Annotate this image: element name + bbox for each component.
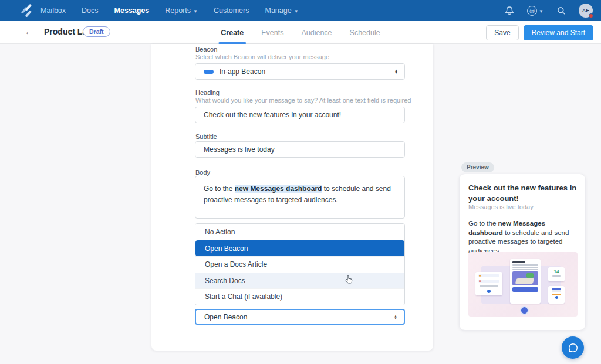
tab-audience[interactable]: Audience — [300, 21, 333, 44]
tab-schedule[interactable]: Schedule — [349, 21, 381, 44]
select-stepper-icon: ▲▼ — [394, 69, 398, 74]
nav-docs[interactable]: Docs — [82, 6, 98, 15]
tab-events[interactable]: Events — [260, 21, 285, 44]
preview-illustration: 14 — [468, 252, 578, 317]
illustration-card-schedule — [548, 286, 565, 304]
subtitle-input-value: Messages is live today — [204, 145, 275, 154]
select-stepper-icon: ▲▼ — [394, 315, 397, 319]
beacon-label: Beacon — [195, 46, 217, 53]
illustration-card-calendar: 14 — [548, 267, 565, 281]
tab-create[interactable]: Create — [220, 21, 245, 44]
avatar[interactable]: AE — [579, 4, 593, 18]
top-nav: Mailbox Docs Messages Reports▼ Customers… — [0, 0, 601, 21]
preview-heading: Check out the new features in your accou… — [468, 183, 579, 203]
profile-menu-icon[interactable]: @ ▼ — [527, 6, 543, 16]
chevron-down-icon: ▼ — [294, 9, 299, 14]
preview-body: Go to the new Messages dashboard to sche… — [468, 219, 575, 256]
option-no-action[interactable]: No Action — [195, 224, 404, 240]
nav-mailbox[interactable]: Mailbox — [40, 6, 66, 15]
nav-messages[interactable]: Messages — [114, 6, 150, 15]
action-select-value: Open Beacon — [204, 313, 247, 321]
illustration-beacon-dot — [520, 306, 529, 315]
content: Beacon Select which Beacon will deliver … — [0, 44, 601, 364]
heading-input-value: Check out the new features in your accou… — [204, 111, 341, 119]
beacon-chat-button[interactable] — [562, 336, 584, 359]
subtitle-input[interactable]: Messages is live today — [195, 141, 405, 158]
toolbar-actions: Save Review and Start — [486, 25, 593, 40]
search-icon[interactable] — [556, 5, 566, 16]
toolbar: ← Product Launch Draft Create Events Aud… — [0, 21, 601, 44]
at-circle-icon: @ — [527, 6, 537, 16]
nav-right: @ ▼ AE — [504, 4, 593, 18]
illustration-calendar-number: 14 — [548, 269, 565, 274]
illustration-button — [512, 287, 538, 292]
illustration-card-center — [510, 259, 541, 304]
back-arrow-icon[interactable]: ← — [25, 27, 33, 36]
nav-manage[interactable]: Manage▼ — [265, 6, 298, 15]
subtitle-label: Subtitle — [195, 133, 217, 140]
nav-customers[interactable]: Customers — [214, 6, 249, 15]
beacon-pill-icon — [204, 70, 214, 74]
beacon-select-value: In-app Beacon — [220, 67, 265, 76]
heading-helper: What would you like your message to say?… — [195, 97, 411, 104]
tabs: Create Events Audience Schedule — [220, 21, 381, 44]
option-open-beacon[interactable]: Open Beacon — [195, 240, 404, 257]
avatar-notification-dot — [589, 13, 593, 18]
option-search-docs[interactable]: Search Docs — [195, 273, 404, 289]
body-textarea[interactable]: Go to the new Messages dashboard to sche… — [195, 176, 405, 219]
chat-bubble-icon — [568, 342, 579, 353]
screen: Mailbox Docs Messages Reports▼ Customers… — [0, 0, 601, 364]
save-button[interactable]: Save — [486, 25, 518, 40]
preview-body-text: Go to the — [468, 220, 498, 227]
chevron-down-icon: ▼ — [193, 9, 198, 14]
nav-items: Mailbox Docs Messages Reports▼ Customers… — [40, 6, 299, 15]
heading-input[interactable]: Check out the new features in your accou… — [195, 107, 405, 123]
action-dropdown-list: No Action Open Beacon Open a Docs Articl… — [195, 223, 405, 305]
body-text: Go to the — [204, 185, 235, 193]
illustration-image — [512, 271, 538, 285]
action-select[interactable]: Open Beacon ▲▼ — [195, 309, 405, 325]
nav-manage-label: Manage — [265, 6, 291, 15]
preview-subtitle: Messages is live today — [468, 203, 534, 210]
notifications-bell-icon[interactable] — [504, 5, 515, 16]
illustration-card-left — [475, 272, 502, 295]
mouse-cursor-icon — [345, 274, 353, 284]
form-card: Beacon Select which Beacon will deliver … — [151, 44, 433, 351]
helpscout-logo-icon[interactable] — [19, 4, 33, 17]
beacon-helper: Select which Beacon will deliver your me… — [195, 53, 329, 60]
avatar-initials: AE — [582, 8, 590, 13]
option-start-chat[interactable]: Start a Chat (if available) — [195, 288, 404, 305]
status-badge: Draft — [83, 26, 110, 37]
body-label: Body — [195, 169, 210, 176]
nav-reports[interactable]: Reports▼ — [165, 6, 198, 15]
heading-label: Heading — [195, 89, 220, 96]
preview-badge: Preview — [461, 162, 494, 172]
review-and-start-button[interactable]: Review and Start — [524, 25, 593, 40]
beacon-select[interactable]: In-app Beacon ▲▼ — [195, 63, 405, 80]
option-open-docs-article[interactable]: Open a Docs Article — [195, 256, 404, 273]
body-text-highlighted: new Messages dashboard — [235, 185, 322, 193]
nav-reports-label: Reports — [165, 6, 191, 15]
chevron-down-icon: ▼ — [539, 9, 543, 14]
preview-card: Check out the new features in your accou… — [459, 174, 586, 331]
